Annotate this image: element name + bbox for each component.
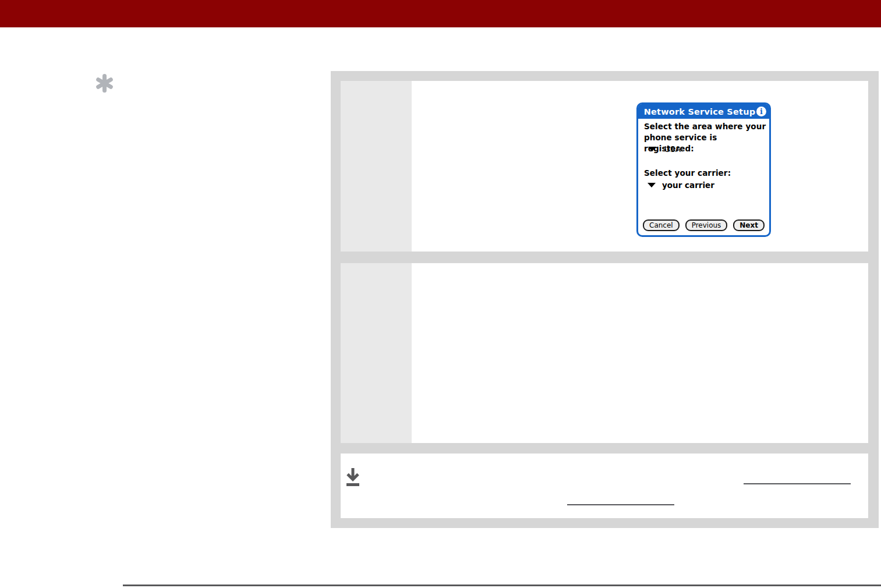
footer-rule [123,585,881,586]
next-button[interactable]: Next [733,219,765,231]
chevron-down-icon [648,183,656,187]
header-bar [0,0,881,27]
asterisk-icon [95,74,114,93]
network-service-setup-dialog: Network Service Setup i Select the area … [636,102,771,237]
dialog-title-bar: Network Service Setup i [638,104,769,119]
area-value: USA [664,144,681,154]
download-note-row [341,454,868,518]
carrier-value: your carrier [662,180,714,190]
previous-button[interactable]: Previous [685,219,728,231]
chevron-down-icon [648,147,656,151]
step-number-column [341,81,412,252]
content-panel [331,71,879,528]
step-number-column [341,263,412,443]
dialog-title: Network Service Setup [644,107,764,116]
download-arrow-icon [345,467,360,487]
step-row-1 [341,81,868,252]
carrier-picker[interactable]: your carrier [648,180,714,190]
dialog-button-row: Cancel Previous Next [638,219,769,231]
info-icon[interactable]: i [756,107,766,116]
link-underline[interactable] [744,483,851,484]
page: Network Service Setup i Select the area … [0,0,881,588]
link-underline[interactable] [567,504,674,505]
dialog-body: Select the area where your phone service… [638,119,769,235]
cancel-button[interactable]: Cancel [643,219,680,231]
step-row-2 [341,263,868,443]
area-picker[interactable]: USA [648,144,681,154]
carrier-label: Select your carrier: [644,168,731,179]
